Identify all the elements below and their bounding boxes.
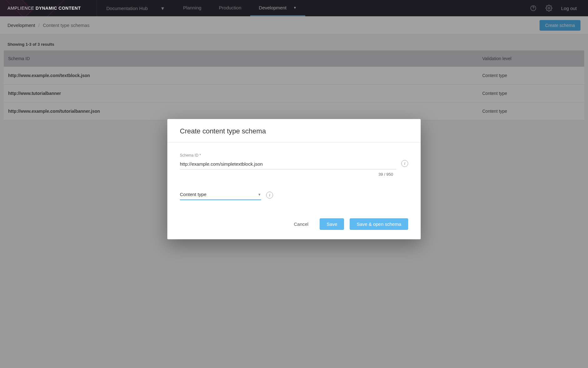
modal-body: Schema ID * i 39 / 950 Content type ▼ i xyxy=(167,143,421,213)
save-button[interactable]: Save xyxy=(320,218,344,230)
select-value: Content type xyxy=(180,192,206,197)
cancel-button[interactable]: Cancel xyxy=(288,218,314,230)
char-count: 39 / 950 xyxy=(180,172,408,177)
validation-level-select[interactable]: Content type ▼ xyxy=(180,190,261,200)
schema-id-input[interactable] xyxy=(180,159,396,169)
schema-id-label: Schema ID * xyxy=(180,153,396,158)
create-schema-modal: Create content type schema Schema ID * i… xyxy=(167,119,421,239)
info-icon[interactable]: i xyxy=(401,160,408,167)
brand-logo: AMPLIENCE DYNAMIC CONTENT xyxy=(0,0,97,16)
save-open-schema-button[interactable]: Save & open schema xyxy=(350,218,408,230)
brand-light: AMPLIENCE xyxy=(8,6,34,11)
brand-bold: DYNAMIC CONTENT xyxy=(36,6,81,11)
modal-footer: Cancel Save Save & open schema xyxy=(167,213,421,239)
modal-title: Create content type schema xyxy=(167,119,421,143)
modal-overlay[interactable]: Create content type schema Schema ID * i… xyxy=(0,0,588,368)
chevron-down-icon: ▼ xyxy=(258,193,261,196)
info-icon[interactable]: i xyxy=(266,192,273,199)
